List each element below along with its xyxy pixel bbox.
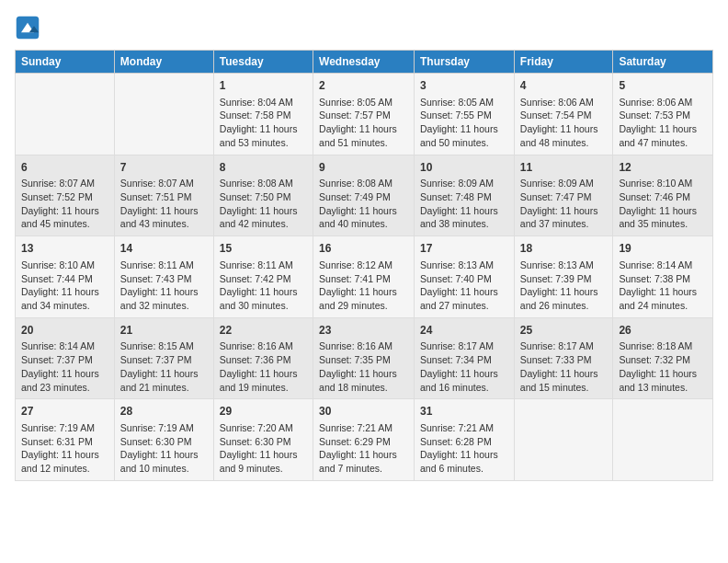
calendar-cell (514, 399, 613, 481)
header-day-sunday: Sunday (16, 51, 115, 74)
calendar-cell: 16Sunrise: 8:12 AM Sunset: 7:41 PM Dayli… (313, 236, 415, 318)
day-info: Sunrise: 8:10 AM Sunset: 7:44 PM Dayligh… (21, 259, 108, 313)
header-day-tuesday: Tuesday (213, 51, 313, 74)
day-info: Sunrise: 8:08 AM Sunset: 7:50 PM Dayligh… (220, 177, 307, 231)
calendar-cell: 12Sunrise: 8:10 AM Sunset: 7:46 PM Dayli… (613, 155, 713, 236)
calendar-cell: 23Sunrise: 8:16 AM Sunset: 7:35 PM Dayli… (313, 317, 415, 399)
calendar-cell: 28Sunrise: 7:19 AM Sunset: 6:30 PM Dayli… (114, 399, 213, 481)
day-number: 6 (21, 160, 108, 176)
header-day-saturday: Saturday (613, 51, 713, 74)
day-info: Sunrise: 7:19 AM Sunset: 6:31 PM Dayligh… (21, 421, 108, 476)
day-info: Sunrise: 8:09 AM Sunset: 7:47 PM Dayligh… (520, 177, 608, 231)
calendar-cell: 31Sunrise: 7:21 AM Sunset: 6:28 PM Dayli… (415, 399, 515, 481)
calendar-cell: 9Sunrise: 8:08 AM Sunset: 7:49 PM Daylig… (313, 155, 415, 236)
day-info: Sunrise: 8:17 AM Sunset: 7:33 PM Dayligh… (520, 339, 608, 394)
calendar-cell: 15Sunrise: 8:11 AM Sunset: 7:42 PM Dayli… (213, 236, 313, 318)
calendar-cell: 17Sunrise: 8:13 AM Sunset: 7:40 PM Dayli… (415, 236, 515, 318)
day-info: Sunrise: 8:07 AM Sunset: 7:52 PM Dayligh… (21, 177, 108, 231)
day-number: 5 (619, 78, 707, 94)
day-number: 9 (319, 160, 408, 176)
calendar-week-2: 13Sunrise: 8:10 AM Sunset: 7:44 PM Dayli… (16, 236, 713, 318)
day-info: Sunrise: 8:12 AM Sunset: 7:41 PM Dayligh… (319, 259, 408, 313)
calendar-cell: 21Sunrise: 8:15 AM Sunset: 7:37 PM Dayli… (114, 317, 213, 399)
day-info: Sunrise: 8:16 AM Sunset: 7:35 PM Dayligh… (319, 339, 408, 394)
page-header (15, 15, 713, 40)
day-info: Sunrise: 8:05 AM Sunset: 7:57 PM Dayligh… (319, 96, 408, 150)
day-number: 29 (220, 404, 307, 419)
day-info: Sunrise: 8:08 AM Sunset: 7:49 PM Dayligh… (319, 177, 408, 231)
calendar-cell: 19Sunrise: 8:14 AM Sunset: 7:38 PM Dayli… (613, 236, 713, 318)
day-info: Sunrise: 7:20 AM Sunset: 6:30 PM Dayligh… (220, 421, 307, 476)
calendar-header: SundayMondayTuesdayWednesdayThursdayFrid… (16, 51, 713, 74)
day-info: Sunrise: 8:10 AM Sunset: 7:46 PM Dayligh… (619, 177, 707, 231)
day-number: 21 (120, 323, 208, 339)
day-info: Sunrise: 8:04 AM Sunset: 7:58 PM Dayligh… (220, 96, 307, 150)
calendar-cell: 29Sunrise: 7:20 AM Sunset: 6:30 PM Dayli… (213, 399, 313, 481)
day-info: Sunrise: 7:21 AM Sunset: 6:28 PM Dayligh… (420, 421, 508, 476)
calendar-cell (114, 74, 213, 155)
day-number: 3 (420, 78, 508, 94)
day-info: Sunrise: 8:15 AM Sunset: 7:37 PM Dayligh… (120, 339, 208, 394)
day-info: Sunrise: 8:13 AM Sunset: 7:39 PM Dayligh… (520, 259, 608, 313)
day-info: Sunrise: 8:09 AM Sunset: 7:48 PM Dayligh… (420, 177, 508, 231)
calendar-cell: 14Sunrise: 8:11 AM Sunset: 7:43 PM Dayli… (114, 236, 213, 318)
day-number: 12 (619, 160, 707, 176)
day-number: 24 (420, 323, 508, 339)
header-day-friday: Friday (514, 51, 613, 74)
day-number: 13 (21, 241, 108, 257)
day-number: 30 (319, 404, 408, 419)
header-day-monday: Monday (114, 51, 213, 74)
day-info: Sunrise: 8:17 AM Sunset: 7:34 PM Dayligh… (420, 339, 508, 394)
day-number: 17 (420, 241, 508, 257)
calendar-week-1: 6Sunrise: 8:07 AM Sunset: 7:52 PM Daylig… (16, 155, 713, 236)
calendar-cell: 13Sunrise: 8:10 AM Sunset: 7:44 PM Dayli… (16, 236, 115, 318)
day-info: Sunrise: 8:06 AM Sunset: 7:54 PM Dayligh… (520, 96, 608, 150)
calendar-cell (16, 74, 115, 155)
day-number: 11 (520, 160, 608, 176)
calendar-table: SundayMondayTuesdayWednesdayThursdayFrid… (15, 50, 713, 481)
calendar-cell: 8Sunrise: 8:08 AM Sunset: 7:50 PM Daylig… (213, 155, 313, 236)
header-day-thursday: Thursday (415, 51, 515, 74)
day-number: 7 (120, 160, 208, 176)
day-number: 19 (619, 241, 707, 257)
calendar-cell: 6Sunrise: 8:07 AM Sunset: 7:52 PM Daylig… (16, 155, 115, 236)
day-info: Sunrise: 8:18 AM Sunset: 7:32 PM Dayligh… (619, 339, 707, 394)
calendar-week-3: 20Sunrise: 8:14 AM Sunset: 7:37 PM Dayli… (16, 317, 713, 399)
day-number: 4 (520, 78, 608, 94)
calendar-cell: 2Sunrise: 8:05 AM Sunset: 7:57 PM Daylig… (313, 74, 415, 155)
day-info: Sunrise: 8:05 AM Sunset: 7:55 PM Dayligh… (420, 96, 508, 150)
day-number: 10 (420, 160, 508, 176)
day-info: Sunrise: 8:14 AM Sunset: 7:38 PM Dayligh… (619, 259, 707, 313)
day-number: 8 (220, 160, 307, 176)
day-info: Sunrise: 7:21 AM Sunset: 6:29 PM Dayligh… (319, 421, 408, 476)
day-number: 26 (619, 323, 707, 339)
calendar-cell: 10Sunrise: 8:09 AM Sunset: 7:48 PM Dayli… (415, 155, 515, 236)
calendar-cell: 11Sunrise: 8:09 AM Sunset: 7:47 PM Dayli… (514, 155, 613, 236)
day-info: Sunrise: 8:14 AM Sunset: 7:37 PM Dayligh… (21, 339, 108, 394)
calendar-cell: 20Sunrise: 8:14 AM Sunset: 7:37 PM Dayli… (16, 317, 115, 399)
day-info: Sunrise: 8:13 AM Sunset: 7:40 PM Dayligh… (420, 259, 508, 313)
calendar-cell: 7Sunrise: 8:07 AM Sunset: 7:51 PM Daylig… (114, 155, 213, 236)
calendar-cell (613, 399, 713, 481)
day-number: 14 (120, 241, 208, 257)
day-number: 2 (319, 78, 408, 94)
calendar-cell: 25Sunrise: 8:17 AM Sunset: 7:33 PM Dayli… (514, 317, 613, 399)
day-number: 31 (420, 404, 508, 419)
day-number: 22 (220, 323, 307, 339)
day-info: Sunrise: 7:19 AM Sunset: 6:30 PM Dayligh… (120, 421, 208, 476)
day-number: 27 (21, 404, 108, 419)
calendar-body: 1Sunrise: 8:04 AM Sunset: 7:58 PM Daylig… (16, 74, 713, 481)
day-number: 28 (120, 404, 208, 419)
logo (15, 15, 44, 40)
day-info: Sunrise: 8:11 AM Sunset: 7:43 PM Dayligh… (120, 259, 208, 313)
header-row: SundayMondayTuesdayWednesdayThursdayFrid… (16, 51, 713, 74)
calendar-cell: 4Sunrise: 8:06 AM Sunset: 7:54 PM Daylig… (514, 74, 613, 155)
calendar-cell: 26Sunrise: 8:18 AM Sunset: 7:32 PM Dayli… (613, 317, 713, 399)
logo-icon (15, 15, 40, 40)
day-number: 25 (520, 323, 608, 339)
calendar-cell: 27Sunrise: 7:19 AM Sunset: 6:31 PM Dayli… (16, 399, 115, 481)
calendar-cell: 24Sunrise: 8:17 AM Sunset: 7:34 PM Dayli… (415, 317, 515, 399)
day-info: Sunrise: 8:11 AM Sunset: 7:42 PM Dayligh… (220, 259, 307, 313)
day-number: 18 (520, 241, 608, 257)
calendar-week-4: 27Sunrise: 7:19 AM Sunset: 6:31 PM Dayli… (16, 399, 713, 481)
